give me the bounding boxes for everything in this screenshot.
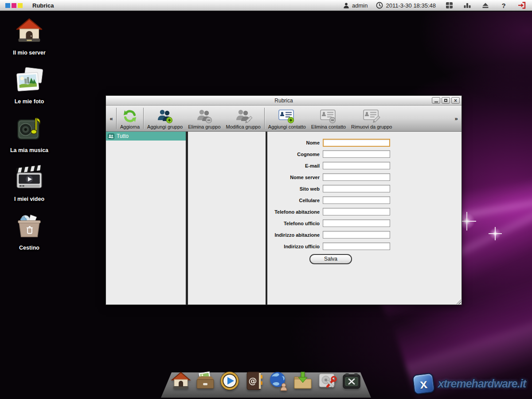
dock-media-player-icon[interactable] [219,371,240,391]
desktop-icon-my-photos[interactable]: Le mie foto [7,66,51,105]
toolbar-separator [143,108,144,129]
group-item-tutto[interactable]: Tutto [106,132,186,141]
field-label-nome: Nome [267,140,323,145]
email-field[interactable] [323,162,390,169]
username: admin [352,2,368,9]
indirizzo-ufficio-field[interactable] [323,243,390,250]
xtremehardware-watermark: x xtremehardware.it [413,374,526,394]
toolbar-button-label: Aggiungi contatto [268,124,306,129]
delete-contact-button[interactable]: Elimina contatto [309,106,348,131]
indirizzo-abitazione-field[interactable] [323,231,390,239]
nome-field[interactable] [323,139,390,147]
dock-utilities-icon[interactable] [341,371,362,391]
close-button[interactable]: × [451,97,460,104]
window-toolbar: « Aggiorna [106,106,462,132]
watermark-text: xtremehardware.it [438,377,526,390]
desktop-icon-my-server[interactable]: Il mio server [7,17,51,56]
dock-address-book-icon[interactable]: @ [244,371,264,391]
toolbar-separator [264,108,265,129]
field-label-cellulare: Cellulare [267,198,323,203]
toolbar-button-label: Elimina gruppo [188,124,220,129]
datetime-text: 2011-3-30 18:35:48 [386,2,436,9]
video-icon [16,165,43,190]
group-add-icon [156,109,174,124]
field-label-indirizzo-abitazione: Indirizzo abitazione [267,232,323,238]
xtremehardware-badge-icon: x [412,372,435,395]
maximize-button[interactable] [442,97,450,104]
telefono-ufficio-field[interactable] [323,219,390,227]
contact-add-icon [278,109,296,124]
desktop-icon-my-videos[interactable]: I miei video [7,163,51,202]
remove-from-group-button[interactable]: Rimuovi da gruppo [348,106,395,131]
field-label-email: E-mail [267,163,323,168]
window-title: Rubrica [274,98,293,104]
add-contact-button[interactable]: Aggiungi contatto [266,106,309,131]
user-menu[interactable]: admin [343,2,368,9]
minimize-button[interactable] [432,97,440,104]
group-edit-icon [235,109,252,124]
dock-system-tools-icon[interactable] [317,371,337,391]
maximize-icon [444,99,447,102]
sito-web-field[interactable] [323,185,390,192]
group-icon [108,133,114,139]
home-icon [16,18,43,43]
cognome-field[interactable] [323,150,390,158]
field-label-telefono-abitazione: Telefono abitazione [267,209,323,215]
dock-home-icon[interactable] [171,371,191,391]
desktop-icon-label: Cestino [7,245,51,251]
user-icon [343,2,349,9]
contact-detail-panel: Nome Cognome E-mail Nome server Sito web… [267,132,462,305]
logo-square-blue [5,3,10,8]
contacts-list-panel [188,132,266,305]
field-label-sito-web: Sito web [267,186,323,192]
rubrica-window: Rubrica × « Aggiorna [106,95,462,305]
telefono-abitazione-field[interactable] [323,208,390,215]
desktop-icon-label: I miei video [7,196,51,202]
dock-downloads-icon[interactable] [293,371,313,391]
dock-photos-icon[interactable] [195,371,215,391]
cellulare-field[interactable] [323,196,390,204]
apps-grid-icon [446,2,453,9]
refresh-button[interactable]: Aggiorna [117,106,142,131]
refresh-icon [122,109,137,124]
group-remove-icon [196,109,213,124]
contact-remove-from-group-icon [362,109,381,124]
apps-grid-button[interactable] [444,1,454,10]
toolbar-scroll-right[interactable]: » [452,106,460,131]
field-label-cognome: Cognome [267,152,323,157]
eject-icon [482,2,489,9]
widgets-button[interactable] [462,1,472,10]
toolbar-button-label: Rimuovi da gruppo [351,124,392,129]
logo-square-magenta [12,3,16,8]
logo-square-yellow [18,3,23,8]
toolbar-button-label: Elimina contatto [311,124,346,129]
window-titlebar[interactable]: Rubrica × [106,96,462,106]
desktop-icon-label: Il mio server [7,50,51,56]
add-group-button[interactable]: Aggiungi gruppo [145,106,185,131]
background-sparkle [489,227,502,240]
dock-web-icon[interactable] [268,371,289,391]
nome-server-field[interactable] [323,173,390,181]
clock-icon [376,2,383,9]
delete-group-button[interactable]: Elimina gruppo [185,106,223,131]
widgets-icon [463,2,471,9]
eject-button[interactable] [481,1,490,10]
toolbar-scroll-left[interactable]: « [107,106,115,131]
toolbar-button-label: Modifica gruppo [226,124,261,129]
toolbar-button-label: Aggiorna [120,124,140,129]
toolbar-button-label: Aggiungi gruppo [147,124,183,129]
brand-logo-squares [5,3,23,8]
field-label-nome-server: Nome server [267,175,323,180]
clock-display: 2011-3-30 18:35:48 [376,2,436,9]
field-label-indirizzo-ufficio: Indirizzo ufficio [267,244,323,249]
active-app-title: Rubrica [32,2,54,9]
photos-icon [16,66,43,92]
desktop-icon-recycle-bin[interactable]: Cestino [7,212,51,251]
minimize-icon [434,102,438,102]
edit-group-button[interactable]: Modifica gruppo [223,106,263,131]
desktop-icon-my-music[interactable]: La mia musica [7,114,51,153]
svg-text:@: @ [248,376,257,386]
help-button[interactable]: ? [499,1,509,10]
save-button[interactable]: Salva [309,254,352,264]
logout-button[interactable] [517,1,527,10]
